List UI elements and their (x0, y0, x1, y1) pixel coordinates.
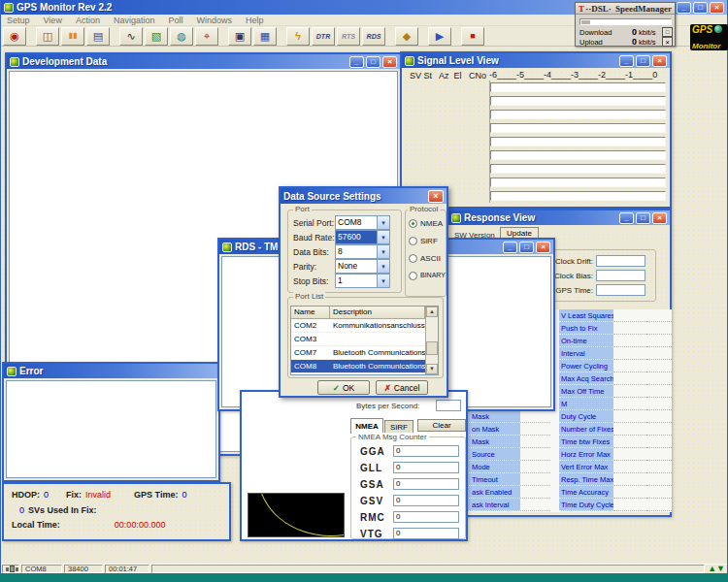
param-value-cell[interactable] (646, 335, 672, 347)
flash-button[interactable]: ϟ (286, 27, 310, 46)
menu-navigation[interactable]: Navigation (114, 16, 155, 25)
connect-button[interactable]: ◫ (36, 27, 59, 46)
param-value-cell[interactable] (646, 473, 672, 486)
param-value-cell[interactable] (646, 309, 672, 322)
param-value-cell[interactable] (613, 423, 646, 436)
param-value-cell[interactable] (613, 461, 646, 473)
param-value-cell[interactable] (613, 309, 646, 322)
record-knob-button[interactable]: ◉ (3, 27, 26, 46)
param-value-cell[interactable] (520, 473, 550, 486)
param-value-cell[interactable] (646, 347, 672, 360)
dialog-close-button[interactable]: × (428, 190, 444, 203)
radio-binary[interactable] (409, 272, 417, 280)
param-value-cell[interactable] (613, 486, 646, 499)
data-bits-combo[interactable]: 8 ▼ (335, 244, 390, 259)
param-value-cell[interactable] (613, 335, 646, 347)
target-view-button[interactable]: ⌖ (195, 27, 218, 46)
param-value-cell[interactable] (646, 486, 672, 499)
name-column-header[interactable]: Name (291, 307, 330, 319)
param-value-cell[interactable] (520, 410, 550, 423)
minimize-button[interactable]: _ (503, 242, 517, 253)
menu-help[interactable]: Help (246, 16, 264, 25)
signal-wave-button[interactable]: ∿ (119, 27, 143, 46)
param-value-cell[interactable] (646, 499, 672, 511)
send-button[interactable]: ◆ (395, 27, 418, 46)
minimize-button[interactable]: _ (349, 56, 364, 68)
chevron-down-icon[interactable]: ▼ (377, 275, 389, 287)
grid-view-button[interactable]: ▦ (253, 27, 277, 46)
description-column-header[interactable]: Description (330, 307, 425, 319)
save-button[interactable]: ▤ (86, 27, 110, 46)
scroll-up-icon[interactable]: ▲ (426, 307, 438, 317)
chevron-down-icon[interactable]: ▼ (377, 245, 389, 258)
param-value-cell[interactable] (646, 398, 672, 410)
vtg-count-field[interactable]: 0 (393, 528, 459, 539)
dialog-title-bar[interactable]: Data Source Settings (281, 188, 447, 204)
globe-view-button[interactable]: ◍ (170, 27, 193, 46)
response-title-bar[interactable]: Response View _ □ × (448, 210, 670, 225)
minimize-button[interactable]: _ (619, 212, 634, 224)
cancel-button[interactable]: ✗Cancel (376, 380, 428, 395)
chart-view-button[interactable]: ▧ (145, 27, 168, 46)
stop-bits-combo[interactable]: 1 ▼ (335, 274, 390, 288)
speedmanager-close-button[interactable]: ✕ (662, 37, 673, 47)
nmea-option-label[interactable]: NMEA (420, 219, 443, 228)
dtr-button[interactable]: DTR (312, 27, 335, 46)
radio-sirf[interactable] (409, 237, 417, 245)
close-button[interactable]: × (536, 242, 550, 253)
param-value-cell[interactable] (613, 499, 646, 511)
param-value-cell[interactable] (646, 448, 672, 461)
maximize-button[interactable]: □ (366, 56, 381, 68)
menu-windows[interactable]: Windows (196, 16, 232, 25)
close-button[interactable]: × (652, 55, 667, 67)
menu-view[interactable]: View (44, 16, 62, 25)
maximize-button[interactable]: □ (636, 55, 650, 67)
param-value-cell[interactable] (646, 410, 672, 423)
pause-button[interactable]: ▮▮ (61, 27, 84, 46)
param-value-cell[interactable] (520, 499, 550, 511)
speedmanager-restore-button[interactable]: □ (662, 27, 673, 37)
play-button[interactable]: ▶ (428, 27, 451, 46)
ok-button[interactable]: ✓OK (317, 380, 370, 395)
close-button[interactable]: × (652, 212, 667, 224)
clock-drift-field[interactable] (596, 255, 645, 267)
tab-nmea[interactable]: NMEA (350, 418, 383, 434)
rds-button[interactable]: RDS (362, 27, 385, 46)
gps-time-field[interactable] (596, 284, 645, 296)
gll-count-field[interactable]: 0 (393, 462, 459, 473)
baud-rate-combo[interactable]: 57600 ▼ (335, 230, 390, 244)
signal-title-bar[interactable]: Signal Level View _ □ × (402, 53, 670, 68)
table-row[interactable]: COM3 (291, 333, 438, 346)
restore-button[interactable]: □ (693, 2, 708, 14)
minimize-button[interactable]: _ (619, 55, 634, 67)
clock-bias-field[interactable] (596, 270, 645, 281)
param-value-cell[interactable] (613, 385, 646, 398)
param-value-cell[interactable] (520, 461, 550, 473)
stop-button[interactable]: ■ (461, 27, 484, 46)
param-value-cell[interactable] (646, 322, 672, 335)
param-value-cell[interactable] (613, 410, 646, 423)
speedmanager-title-bar[interactable]: T··DSL· SpeedManager (576, 3, 675, 15)
monitor-view-button[interactable]: ▣ (228, 27, 251, 46)
param-value-cell[interactable] (520, 423, 550, 436)
gsa-count-field[interactable]: 0 (393, 478, 459, 490)
param-value-cell[interactable] (613, 473, 646, 486)
menu-action[interactable]: Action (76, 16, 100, 25)
table-scrollbar[interactable]: ▲ ▼ (425, 307, 438, 374)
param-value-cell[interactable] (613, 372, 646, 385)
gsv-count-field[interactable]: 0 (393, 495, 459, 506)
chevron-down-icon[interactable]: ▼ (377, 260, 389, 273)
param-value-cell[interactable] (613, 448, 646, 461)
close-button[interactable]: × (710, 2, 724, 14)
param-value-cell[interactable] (613, 322, 646, 335)
clear-button[interactable]: Clear (417, 419, 466, 432)
gga-count-field[interactable]: 0 (393, 445, 459, 457)
rmc-count-field[interactable]: 0 (393, 511, 459, 523)
scroll-down-icon[interactable]: ▼ (426, 364, 438, 374)
param-value-cell[interactable] (520, 436, 550, 448)
param-value-cell[interactable] (520, 448, 550, 461)
maximize-button[interactable]: □ (519, 242, 534, 253)
radio-nmea[interactable] (409, 219, 417, 228)
param-value-cell[interactable] (646, 461, 672, 473)
error-title-bar[interactable]: Error (4, 364, 218, 378)
